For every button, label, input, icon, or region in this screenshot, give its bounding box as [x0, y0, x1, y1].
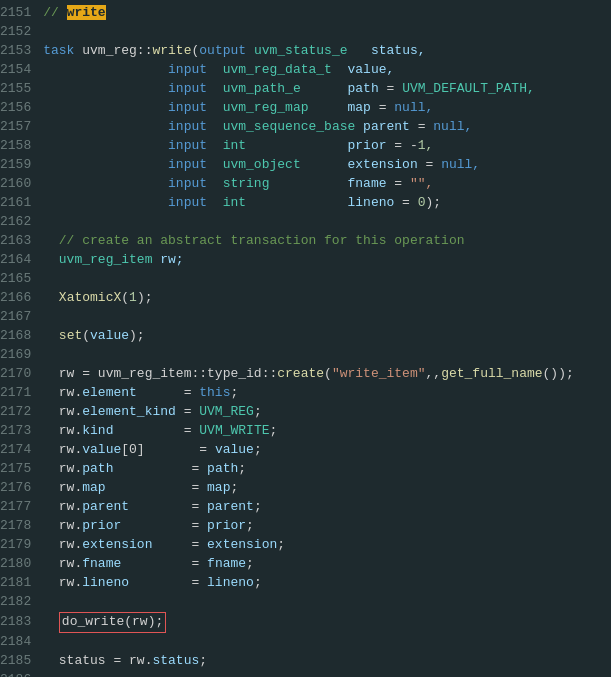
token: = [387, 176, 410, 191]
token: UVM_DEFAULT_PATH, [402, 81, 535, 96]
token: path [348, 81, 379, 96]
line-number: 2159 [0, 156, 43, 175]
code-line: 2167 [0, 308, 611, 327]
line-number: 2183 [0, 613, 43, 632]
code-line: 2168 set(value); [0, 327, 611, 346]
token: = [176, 404, 199, 419]
token: path [207, 461, 238, 476]
token: status, [371, 43, 426, 58]
line-content: rw.value[0] = value; [43, 441, 607, 460]
token: ; [246, 518, 254, 533]
line-number: 2168 [0, 327, 43, 346]
token: create [277, 366, 324, 381]
token: uvm_reg_item [43, 252, 160, 267]
line-number: 2158 [0, 137, 43, 156]
code-line: 2173 rw.kind = UVM_WRITE; [0, 422, 611, 441]
token: null, [394, 100, 433, 115]
code-line: 2186 [0, 671, 611, 677]
code-block: 2151// write2152 2153task uvm_reg::write… [0, 0, 611, 677]
line-content: rw.lineno = lineno; [43, 574, 607, 593]
code-line: 2160 input string fname = "", [0, 175, 611, 194]
line-content: // create an abstract transaction for th… [43, 232, 607, 251]
token: parent [82, 499, 129, 514]
token: = [410, 119, 433, 134]
token: extension [82, 537, 152, 552]
token: [0] = [121, 442, 215, 457]
line-content [43, 633, 607, 652]
token [43, 614, 59, 629]
line-number: 2154 [0, 61, 43, 80]
line-number: 2171 [0, 384, 43, 403]
code-line: 2152 [0, 23, 611, 42]
line-number: 2180 [0, 555, 43, 574]
token: = [137, 385, 199, 400]
token: value [90, 328, 129, 343]
line-number: 2155 [0, 80, 43, 99]
token: ; [254, 575, 262, 590]
token: input [168, 157, 207, 172]
token: element_kind [82, 404, 176, 419]
token: input [168, 100, 207, 115]
token: uvm_reg_item:: [98, 366, 207, 381]
token: = [121, 518, 207, 533]
line-content: uvm_reg_item rw; [43, 251, 607, 270]
line-content: input int prior = -1, [43, 137, 607, 156]
token: fname [82, 556, 121, 571]
token: input [168, 176, 207, 191]
token: status [152, 653, 199, 668]
token: = [113, 423, 199, 438]
code-line: 2153task uvm_reg::write(output uvm_statu… [0, 42, 611, 61]
token: UVM_REG [199, 404, 254, 419]
code-line: 2182 [0, 593, 611, 612]
code-line: 2159 input uvm_object extension = null, [0, 156, 611, 175]
token: = [121, 556, 207, 571]
token: prior [348, 138, 387, 153]
token [43, 195, 168, 210]
token: rw. [43, 518, 82, 533]
token: ; [246, 556, 254, 571]
token: map [82, 480, 105, 495]
line-content: rw.kind = UVM_WRITE; [43, 422, 607, 441]
line-content: input string fname = "", [43, 175, 607, 194]
line-number: 2170 [0, 365, 43, 384]
token [43, 290, 59, 305]
token: ( [324, 366, 332, 381]
token: ; [199, 653, 207, 668]
token: map [348, 100, 371, 115]
token: rw. [43, 442, 82, 457]
token: rw. [43, 537, 82, 552]
token: rw. [43, 575, 82, 590]
token: input [168, 62, 207, 77]
token [43, 328, 59, 343]
line-content [43, 270, 607, 289]
line-number: 2176 [0, 479, 43, 498]
code-line: 2174 rw.value[0] = value; [0, 441, 611, 460]
code-line: 2155 input uvm_path_e path = UVM_DEFAULT… [0, 80, 611, 99]
token: ; [238, 461, 246, 476]
token: = - [387, 138, 418, 153]
token: rw = [43, 366, 98, 381]
token [43, 176, 168, 191]
token: value, [348, 62, 395, 77]
code-line: 2176 rw.map = map; [0, 479, 611, 498]
code-line: 2179 rw.extension = extension; [0, 536, 611, 555]
token: value [215, 442, 254, 457]
line-content: rw.map = map; [43, 479, 607, 498]
token: ; [254, 442, 262, 457]
token: prior [82, 518, 121, 533]
code-line: 2172 rw.element_kind = UVM_REG; [0, 403, 611, 422]
token: fname [207, 556, 246, 571]
line-content: rw.extension = extension; [43, 536, 607, 555]
line-number: 2166 [0, 289, 43, 308]
line-number: 2184 [0, 633, 43, 652]
token: ; [277, 537, 285, 552]
token: set [59, 328, 82, 343]
line-content: status = rw.status; [43, 652, 607, 671]
code-line: 2169 [0, 346, 611, 365]
line-content [43, 308, 607, 327]
line-number: 2156 [0, 99, 43, 118]
token: = [152, 537, 207, 552]
token: lineno [207, 575, 254, 590]
line-content: input uvm_reg_map map = null, [43, 99, 607, 118]
code-line: 2185 status = rw.status; [0, 652, 611, 671]
